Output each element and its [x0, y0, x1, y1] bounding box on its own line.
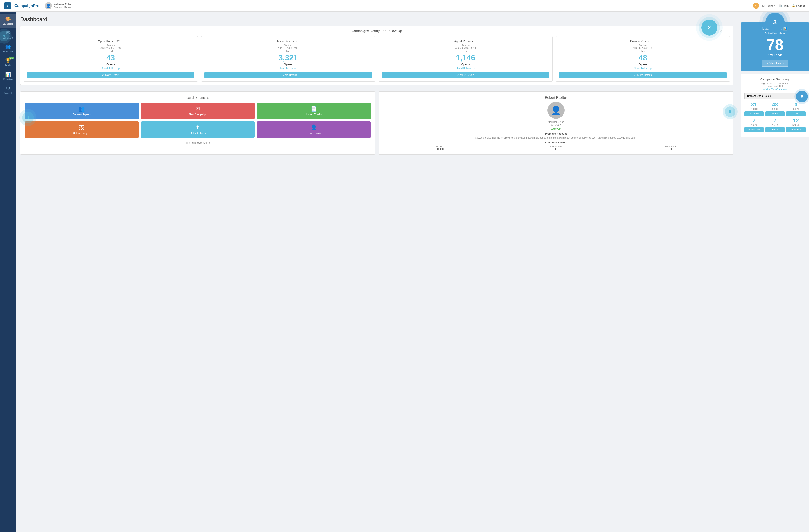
- request-agents-button[interactable]: 👥 Request Agents: [25, 103, 139, 119]
- main-content: Dashboard Campaigns Ready For Follow-Up …: [16, 12, 738, 532]
- opens-label: Opens: [205, 63, 372, 66]
- logo: e eCampaignPro.: [4, 2, 40, 9]
- campaign-card: Open House 123 ... Sent on Aug 27, 2003 …: [23, 36, 198, 82]
- reporting-icon: 📊: [5, 72, 11, 77]
- support-button[interactable]: ✉ Support: [762, 4, 775, 7]
- follow-up-link[interactable]: Send Follow-up: [205, 67, 372, 70]
- sidebar-item-leads[interactable]: New 🏆 Leads: [0, 55, 16, 69]
- profile-name: Robert Realtor: [383, 96, 729, 100]
- campaign-summary: Campaign Summary Aug 11, 2003 11:39:52 E…: [741, 74, 809, 137]
- had-label: had: [205, 50, 372, 52]
- account-icon: ⚙: [6, 86, 10, 91]
- campaign-icon: ✉: [195, 106, 200, 112]
- sidebar-item-label: Dashboard: [3, 23, 13, 25]
- lead-center: 3 Lead Center 📊 Robert You Have 78 New L…: [741, 22, 809, 71]
- delivered-button[interactable]: Delivered: [744, 111, 764, 116]
- credits-last-month: Last Month 10,000: [435, 145, 446, 150]
- had-label: had: [559, 50, 727, 52]
- unsubscribes-button[interactable]: Unsubscribes: [744, 127, 764, 132]
- help-question-mark[interactable]: ?: [720, 29, 722, 33]
- stat-unsubscribes: 7 7.00% Unsubscribes: [744, 118, 764, 132]
- sidebar-item-label: Reporting: [3, 78, 13, 81]
- campaign-name: Agent Recruitin...: [382, 39, 549, 43]
- campaign-name: Open House 123 ...: [27, 39, 194, 43]
- agents-icon: 👥: [79, 106, 85, 112]
- upload-flyers-button[interactable]: ⬆ Upload Flyers: [141, 121, 255, 138]
- import-emails-button[interactable]: 📄 Import Emails: [257, 103, 371, 119]
- update-profile-button[interactable]: 👤 Update Profile: [257, 121, 371, 138]
- credits-next-month: Next Month 0: [665, 145, 677, 150]
- sidebar-item-reporting[interactable]: 📊 Reporting: [0, 69, 16, 83]
- lead-count: 78: [745, 37, 805, 52]
- main-layout: 🎨 Dashboard 1 ✉ Campaigns 👥 Email Lists …: [0, 12, 809, 532]
- invalid-button[interactable]: Invalid: [765, 127, 785, 132]
- more-details-button[interactable]: ↩ More Details: [559, 72, 727, 78]
- bubble-4: 4: [22, 112, 34, 123]
- campaign-name: Agent Recruitin...: [205, 39, 372, 43]
- help-button[interactable]: 🏥 Help: [778, 4, 789, 7]
- view-leads-button[interactable]: ↗ View Leads: [762, 60, 788, 67]
- sidebar-item-email-lists[interactable]: 👥 Email Lists: [0, 41, 16, 55]
- member-since: Member Since 9/1/2002: [383, 120, 729, 126]
- right-panel: 3 Lead Center 📊 Robert You Have 78 New L…: [741, 12, 809, 532]
- summary-total: Total Sent: 100: [744, 85, 806, 87]
- alert-icon[interactable]: ⚠: [753, 3, 759, 9]
- opens-count: 48: [559, 54, 727, 62]
- bottom-row: Quick Shortcuts 4 👥 Request Agents ✉ New…: [20, 91, 734, 155]
- lead-center-subtitle: Robert You Have: [745, 32, 805, 35]
- campaigns-header: Campaigns Ready For Follow-Up 2 ?: [23, 29, 730, 33]
- upload-images-button[interactable]: 🖼 Upload Images: [25, 121, 139, 138]
- opened-button[interactable]: Opened: [765, 111, 785, 116]
- image-icon: 🖼: [79, 124, 84, 131]
- shortcuts-panel: Quick Shortcuts 4 👥 Request Agents ✉ New…: [20, 91, 375, 155]
- had-label: had: [27, 50, 194, 52]
- top-nav: e eCampaignPro. 👤 Welcome Robert Custome…: [0, 0, 809, 12]
- more-details-button[interactable]: ↩ More Details: [382, 72, 549, 78]
- bubble-3: 3: [765, 13, 785, 32]
- logo-text: eCampaignPro.: [12, 4, 40, 8]
- lock-icon: 🔒: [792, 4, 795, 7]
- user-section: 👤 Welcome Robert Customer ID: 44: [45, 2, 72, 10]
- campaigns-panel: Campaigns Ready For Follow-Up 2 ? Open H…: [20, 26, 734, 85]
- follow-up-link[interactable]: Send Follow-up: [559, 67, 727, 70]
- credits-this-month: This Month 0: [550, 145, 562, 150]
- campaign-name: Brokers Open Ho...: [559, 39, 727, 43]
- stats-grid-top: 81 81.00% Delivered 48 59.26% Opened 0 0…: [744, 102, 806, 116]
- campaign-select-wrapper: Brokers Open House 6: [744, 93, 806, 102]
- unavailable-button[interactable]: Unavailable: [786, 127, 806, 132]
- profile-icon: 👤: [311, 124, 317, 131]
- more-details-button[interactable]: ↩ More Details: [205, 72, 372, 78]
- stat-delivered: 81 81.00% Delivered: [744, 102, 764, 116]
- summary-title: Campaign Summary: [744, 78, 806, 81]
- import-icon: 📄: [311, 106, 317, 112]
- new-campaign-button[interactable]: ✉ New Campaign: [141, 103, 255, 119]
- additional-credits: Additional Credits: [383, 141, 729, 144]
- had-label: had: [382, 50, 549, 52]
- sidebar-item-campaigns[interactable]: 1 ✉ Campaigns: [0, 28, 16, 41]
- bubble-2: 2: [701, 20, 717, 36]
- more-details-button[interactable]: ↩ More Details: [27, 72, 194, 78]
- sidebar-item-dashboard[interactable]: 🎨 Dashboard: [0, 14, 16, 28]
- follow-up-link[interactable]: Send Follow-up: [27, 67, 194, 70]
- bubble-5: 5: [725, 106, 735, 117]
- bubble-6: 6: [796, 91, 808, 102]
- logout-button[interactable]: 🔒 Logout: [792, 4, 805, 7]
- sidebar-item-account[interactable]: ⚙ Account: [0, 83, 16, 97]
- clicks-button[interactable]: Clicks: [786, 111, 806, 116]
- email-icon: ✉: [762, 4, 764, 7]
- new-leads-label: New Leads: [745, 53, 805, 57]
- opens-label: Opens: [559, 63, 727, 66]
- edit-icon: ✏: [763, 88, 765, 90]
- stats-grid-bottom: 7 7.00% Unsubscribes 7 7.00% Invalid 12 …: [744, 118, 806, 132]
- profile-panel: Robert Realtor 👤 Member Since 9/1/2002 A…: [379, 91, 734, 155]
- view-campaign-link[interactable]: ✏ View This Campaign: [744, 88, 806, 91]
- upload-icon: ⬆: [195, 124, 200, 131]
- credits-row: Last Month 10,000 This Month 0 Next Mont…: [383, 145, 729, 150]
- timing-text: Timing is everything: [25, 141, 371, 144]
- avatar: 👤: [45, 2, 52, 10]
- external-link-icon: ↗: [766, 62, 769, 65]
- help-icon: 🏥: [778, 4, 782, 7]
- new-badge: New: [9, 57, 14, 59]
- follow-up-link[interactable]: Send Follow-up: [382, 67, 549, 70]
- arrow-icon: ↩: [279, 74, 281, 76]
